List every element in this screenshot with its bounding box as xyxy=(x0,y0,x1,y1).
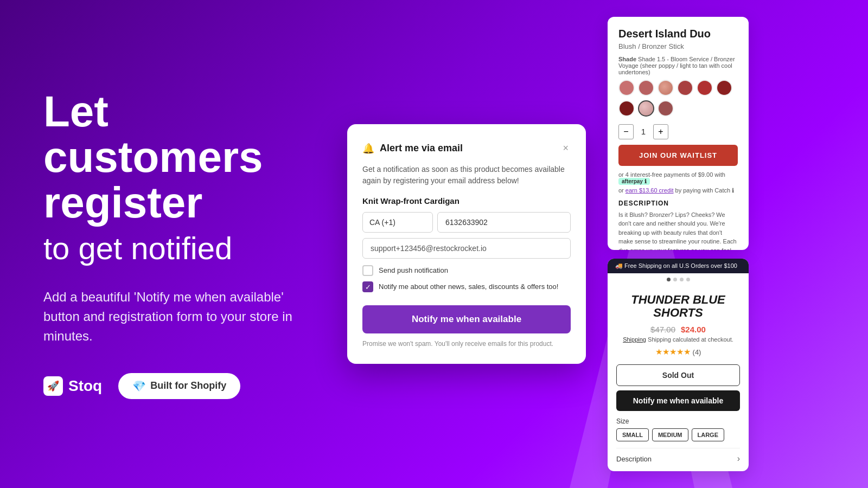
modal-card: 🔔 Alert me via email × Get a notificatio… xyxy=(347,124,586,364)
spam-notice: Promise we won't spam. You'll only recei… xyxy=(362,340,571,348)
afterpay-badge: afterpay ℹ xyxy=(618,178,650,185)
modal-product-name: Knit Wrap-front Cardigan xyxy=(362,196,571,206)
bottom-card-body: THUNDER BLUESHORTS $47.00 $24.00 Shippin… xyxy=(608,286,749,471)
size-row: SMALL MEDIUM LARGE xyxy=(616,428,740,441)
size-medium[interactable]: MEDIUM xyxy=(652,428,688,441)
shopify-badge-button[interactable]: 💎 Built for Shopify xyxy=(118,373,240,399)
swatch-8-selected[interactable] xyxy=(638,100,654,117)
swatch-5[interactable] xyxy=(697,80,713,96)
description-accordion[interactable]: Description › xyxy=(616,448,740,464)
stars: ★★★★★ xyxy=(655,347,691,357)
dots-row xyxy=(608,273,749,286)
qty-decrease-button[interactable]: − xyxy=(618,124,634,139)
color-swatches-row1 xyxy=(618,80,738,96)
qty-row: − 1 + xyxy=(618,124,738,139)
description: Add a beautiful 'Notify me when availabl… xyxy=(43,287,293,346)
phone-number-input[interactable] xyxy=(437,212,571,233)
stoq-brand: 🚀 Stoq xyxy=(43,376,102,396)
shade-label: Shade Shade 1.5 - Bloom Service / Bronze… xyxy=(618,56,738,75)
dot-4 xyxy=(686,278,690,281)
swatch-6[interactable] xyxy=(716,80,732,96)
swatch-2[interactable] xyxy=(638,80,654,96)
bottom-product-card: 🚚 Free Shipping on all U.S Orders over $… xyxy=(608,259,749,471)
shipping-banner: 🚚 Free Shipping on all U.S Orders over $… xyxy=(608,259,749,273)
headline: Let customers register xyxy=(43,89,304,226)
color-swatches-row2 xyxy=(618,100,738,117)
afterpay-text: or 4 interest-free payments of $9.00 wit… xyxy=(618,171,725,178)
description-header: DESCRIPTION xyxy=(618,200,738,207)
size-small[interactable]: SMALL xyxy=(616,428,649,441)
dot-2 xyxy=(673,278,677,281)
center-section: 🔔 Alert me via email × Get a notificatio… xyxy=(336,113,597,375)
description-accordion-label: Description xyxy=(616,455,652,463)
push-notification-checkbox[interactable] xyxy=(362,265,373,276)
email-input[interactable] xyxy=(362,238,571,259)
modal-header: 🔔 Alert me via email × xyxy=(362,140,571,156)
shipping-note: Shipping Shipping calculated at checkout… xyxy=(616,336,740,343)
chevron-down-icon: › xyxy=(737,454,740,464)
review-count: (4) xyxy=(693,348,701,356)
catch-row: or earn $13.60 credit by paying with Cat… xyxy=(618,187,738,194)
modal-title-row: 🔔 Alert me via email xyxy=(362,143,463,155)
notify-available-button[interactable]: Notify me when available xyxy=(362,305,571,333)
shopify-badge-label: Built for Shopify xyxy=(150,380,226,391)
price-sale: $24.00 xyxy=(681,325,706,334)
modal-close-button[interactable]: × xyxy=(560,140,571,156)
headline-line1: Let xyxy=(43,89,304,134)
catch-credit-link[interactable]: earn $13.60 credit xyxy=(626,187,674,194)
top-product-title: Desert Island Duo xyxy=(618,28,738,40)
afterpay-row: or 4 interest-free payments of $9.00 wit… xyxy=(618,171,738,185)
headline-line2: customers xyxy=(43,134,304,180)
qty-value: 1 xyxy=(638,127,649,136)
right-section: Desert Island Duo Blush / Bronzer Stick … xyxy=(597,11,760,477)
swatch-1[interactable] xyxy=(618,80,635,96)
bottom-product-title: THUNDER BLUESHORTS xyxy=(616,293,740,319)
swatch-9[interactable] xyxy=(658,100,674,117)
dot-1 xyxy=(667,278,671,281)
country-code-select[interactable]: CA (+1) xyxy=(362,212,433,233)
left-section: Let customers register to get notified A… xyxy=(0,56,336,432)
news-checkbox[interactable]: ✓ xyxy=(362,281,373,292)
diamond-icon: 💎 xyxy=(132,380,146,393)
dot-3 xyxy=(680,278,684,281)
stoq-icon: 🚀 xyxy=(43,376,63,396)
top-product-subtitle: Blush / Bronzer Stick xyxy=(618,42,738,50)
phone-row: CA (+1) xyxy=(362,212,571,233)
modal-description: Get a notification as soon as this produ… xyxy=(362,164,571,187)
headline-line3: register xyxy=(43,180,304,226)
news-checkbox-row: ✓ Notify me about other news, sales, dis… xyxy=(362,281,571,292)
bottom-notify-button[interactable]: Notify me when available xyxy=(616,390,740,411)
brand-row: 🚀 Stoq 💎 Built for Shopify xyxy=(43,373,304,399)
swatch-4[interactable] xyxy=(677,80,693,96)
description-text: Is it Blush? Bronzer? Lips? Cheeks? We d… xyxy=(618,210,738,250)
subheadline: to get notified xyxy=(43,231,304,266)
size-label: Size xyxy=(616,418,740,425)
price-row: $47.00 $24.00 xyxy=(616,325,740,334)
shipping-link[interactable]: Shipping xyxy=(623,336,646,343)
stars-row: ★★★★★ (4) xyxy=(616,347,740,357)
waitlist-button[interactable]: JOIN OUR WAITLIST xyxy=(618,145,738,166)
sold-out-button[interactable]: Sold Out xyxy=(616,364,740,386)
bell-icon: 🔔 xyxy=(362,143,374,155)
stoq-name: Stoq xyxy=(68,377,102,395)
news-label: Notify me about other news, sales, disco… xyxy=(379,282,558,292)
modal-title: Alert me via email xyxy=(380,143,463,154)
swatch-3[interactable] xyxy=(658,80,674,96)
size-large[interactable]: LARGE xyxy=(692,428,725,441)
qty-increase-button[interactable]: + xyxy=(653,124,668,139)
push-notification-label: Send push notification xyxy=(379,266,448,275)
price-original: $47.00 xyxy=(650,325,675,334)
push-notification-row: Send push notification xyxy=(362,265,571,276)
swatch-7[interactable] xyxy=(618,100,635,117)
top-product-card: Desert Island Duo Blush / Bronzer Stick … xyxy=(608,17,749,250)
